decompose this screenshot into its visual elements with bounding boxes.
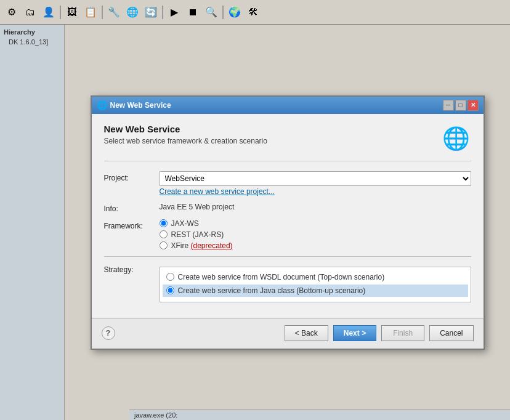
toolbar-sep-4 bbox=[222, 6, 224, 19]
help-button[interactable]: ? bbox=[102, 326, 115, 340]
project-row: Project: WebService Create a new web ser… bbox=[104, 171, 471, 196]
status-bar: javaw.exe (20: bbox=[129, 410, 510, 420]
info-row: Info: Java EE 5 Web project bbox=[104, 202, 471, 213]
toolbar-btn-11[interactable]: 🔍 bbox=[203, 4, 220, 20]
framework-rest[interactable]: REST (JAX-RS) bbox=[160, 230, 471, 239]
next-button[interactable]: Next > bbox=[333, 325, 376, 341]
dialog-title-buttons: ─ □ ✕ bbox=[443, 100, 479, 111]
toolbar-btn-13[interactable]: 🛠 bbox=[245, 4, 262, 20]
framework-jaxws[interactable]: JAX-WS bbox=[160, 219, 471, 228]
strategy-top-down[interactable]: Create web service from WSDL document (T… bbox=[166, 271, 464, 283]
framework-xfire-label: XFire (deprecated) bbox=[171, 241, 233, 250]
toolbar: ⚙ 🗂 👤 🖼 📋 🔧 🌐 🔄 ▶ ⏹ 🔍 🌍 🛠 bbox=[0, 0, 510, 25]
dialog-title-text: New Web Service bbox=[110, 101, 443, 110]
dialog-overlay: 🌐 New Web Service ─ □ ✕ New Web Service bbox=[65, 25, 510, 420]
strategy-bottom-up-radio[interactable] bbox=[166, 286, 174, 294]
framework-label: Framework: bbox=[104, 219, 160, 230]
toolbar-sep-3 bbox=[162, 6, 163, 19]
framework-jaxws-label: JAX-WS bbox=[171, 219, 199, 228]
cancel-button[interactable]: Cancel bbox=[429, 325, 473, 341]
new-web-service-dialog: 🌐 New Web Service ─ □ ✕ New Web Service bbox=[91, 95, 485, 350]
toolbar-btn-8[interactable]: 🔄 bbox=[142, 4, 160, 20]
dialog-header-text: New Web Service Select web service frame… bbox=[104, 124, 442, 145]
footer-buttons: < Back Next > Finish Cancel bbox=[285, 325, 474, 341]
create-project-link[interactable]: Create a new web service project... bbox=[160, 187, 471, 196]
strategy-top-down-label: Create web service from WSDL document (T… bbox=[178, 273, 385, 281]
deprecated-label: (deprecated) bbox=[191, 241, 233, 250]
toolbar-btn-9[interactable]: ▶ bbox=[166, 4, 183, 20]
restore-button[interactable]: □ bbox=[455, 100, 466, 111]
toolbar-btn-3[interactable]: 👤 bbox=[40, 4, 57, 20]
project-label: Project: bbox=[104, 171, 160, 182]
sidebar-header: Hierarchy bbox=[0, 27, 64, 37]
framework-jaxws-radio[interactable] bbox=[160, 219, 168, 227]
framework-xfire[interactable]: XFire (deprecated) bbox=[160, 241, 471, 250]
footer-left: ? bbox=[102, 326, 115, 340]
status-text: javaw.exe (20: bbox=[134, 411, 177, 419]
framework-content: JAX-WS REST (JAX-RS) XFire (deprecated) bbox=[160, 219, 471, 250]
toolbar-btn-2[interactable]: 🗂 bbox=[22, 4, 39, 20]
toolbar-btn-4[interactable]: 🖼 bbox=[63, 4, 81, 20]
dialog-header-icon: 🌐 bbox=[442, 124, 471, 153]
toolbar-sep-2 bbox=[102, 6, 103, 19]
strategy-top-down-radio[interactable] bbox=[166, 273, 174, 281]
dialog-title-icon: 🌐 bbox=[97, 100, 107, 110]
main-area: Hierarchy DK 1.6.0_13] 🌐 New Web Service… bbox=[0, 25, 510, 420]
project-select[interactable]: WebService bbox=[160, 171, 471, 186]
toolbar-btn-10[interactable]: ⏹ bbox=[184, 4, 201, 20]
project-content: WebService Create a new web service proj… bbox=[160, 171, 471, 196]
toolbar-btn-5[interactable]: 📋 bbox=[82, 4, 99, 20]
dialog-body: New Web Service Select web service frame… bbox=[92, 114, 484, 318]
info-value: Java EE 5 Web project bbox=[160, 203, 235, 211]
dialog-subtitle: Select web service framework & creation … bbox=[104, 137, 442, 145]
close-button[interactable]: ✕ bbox=[467, 100, 479, 111]
strategy-bottom-up-label: Create web service from Java class (Bott… bbox=[178, 286, 366, 295]
form-divider bbox=[104, 256, 471, 257]
toolbar-btn-6[interactable]: 🔧 bbox=[105, 4, 123, 20]
sidebar-item-0[interactable]: DK 1.6.0_13] bbox=[0, 37, 64, 47]
framework-radio-group: JAX-WS REST (JAX-RS) XFire (deprecated) bbox=[160, 219, 471, 250]
info-content: Java EE 5 Web project bbox=[160, 202, 471, 211]
strategy-row: Strategy: Create web service from WSDL d… bbox=[104, 263, 471, 302]
dialog-main-title: New Web Service bbox=[104, 124, 442, 134]
toolbar-btn-12[interactable]: 🌍 bbox=[226, 4, 243, 20]
dialog-titlebar: 🌐 New Web Service ─ □ ✕ bbox=[92, 97, 484, 114]
framework-rest-radio[interactable] bbox=[160, 230, 168, 238]
toolbar-sep-1 bbox=[60, 6, 61, 19]
toolbar-btn-7[interactable]: 🌐 bbox=[124, 4, 141, 20]
framework-xfire-radio[interactable] bbox=[160, 241, 168, 249]
framework-row: Framework: JAX-WS REST (JAX-RS) bbox=[104, 219, 471, 250]
content-area: 🌐 New Web Service ─ □ ✕ New Web Service bbox=[65, 25, 510, 420]
dialog-footer: ? < Back Next > Finish Cancel bbox=[92, 318, 484, 349]
finish-button[interactable]: Finish bbox=[381, 325, 424, 341]
strategy-bottom-up[interactable]: Create web service from Java class (Bott… bbox=[163, 285, 468, 297]
strategy-options: Create web service from WSDL document (T… bbox=[160, 267, 471, 302]
strategy-label: Strategy: bbox=[104, 263, 160, 274]
minimize-button[interactable]: ─ bbox=[443, 100, 454, 111]
dialog-header-section: New Web Service Select web service frame… bbox=[104, 124, 471, 161]
toolbar-btn-1[interactable]: ⚙ bbox=[3, 4, 20, 20]
info-label: Info: bbox=[104, 202, 160, 213]
back-button[interactable]: < Back bbox=[285, 325, 328, 341]
strategy-content: Create web service from WSDL document (T… bbox=[160, 263, 471, 302]
sidebar: Hierarchy DK 1.6.0_13] bbox=[0, 25, 65, 420]
framework-rest-label: REST (JAX-RS) bbox=[171, 230, 224, 239]
